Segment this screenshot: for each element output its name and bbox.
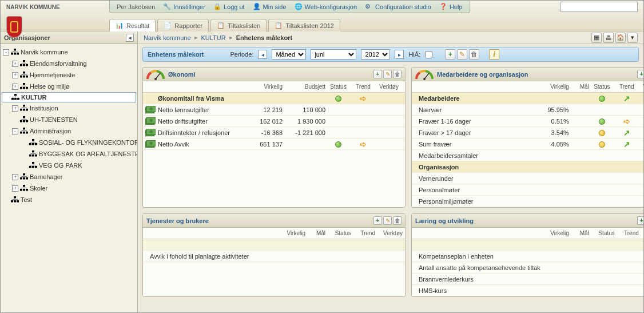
table-row[interactable]: Fravær 1-16 dager0.51%➪ [412, 116, 643, 127]
section-row[interactable]: Medarbeidere↗ [412, 93, 643, 104]
dropdown-button[interactable]: ▾ [627, 33, 638, 43]
menu-help[interactable]: ❓Help [439, 3, 463, 11]
table-row[interactable]: Brannvernlederkurs [412, 274, 643, 285]
search-input[interactable] [560, 2, 638, 12]
value-virkelig: 12 219 [243, 106, 283, 113]
expand-icon[interactable]: + [12, 185, 18, 192]
row-label: Vernerunder [414, 175, 538, 182]
row-label: Netto Avvik [158, 141, 243, 148]
card-tjenester: Tjenester og brukere +✎🗑 VirkeligMålStat… [142, 213, 406, 297]
tree-node[interactable]: KULTUR [2, 92, 136, 102]
delete-button[interactable]: 🗑 [469, 49, 479, 60]
card-edit-button[interactable]: ✎ [383, 70, 392, 78]
row-label: Sum fravær [414, 141, 538, 148]
month-select[interactable]: juni [311, 49, 356, 60]
tree-label: UH-TJENESTEN [30, 116, 78, 123]
year-select[interactable]: 2012 [361, 49, 390, 60]
menu-confstudio[interactable]: ⚙Configuration studio [365, 3, 431, 11]
edit-button[interactable]: ✎ [457, 49, 467, 60]
table-row[interactable]: Netto Avvik661 137➪ [143, 138, 405, 150]
tab-rapporter[interactable]: 📄Rapporter [157, 19, 209, 31]
hia-label: HiÅ: [408, 51, 420, 58]
tab-tiltakslisten-2012[interactable]: 📋Tiltakslisten 2012 [268, 19, 340, 31]
trend-flat-icon: ➪ [360, 140, 367, 148]
tree-node[interactable]: VEG OG PARK [2, 160, 136, 171]
breadcrumb: Narvik kommune▸ KULTUR▸ Enhetens målekor… [138, 31, 643, 44]
table-row[interactable]: Avvik i fohold til planlagte aktiviteter [143, 251, 405, 262]
interval-select[interactable]: Måned [272, 49, 306, 60]
card-del-button[interactable]: 🗑 [393, 70, 401, 78]
card-del-button[interactable]: 🗑 [393, 216, 401, 225]
hia-checkbox[interactable] [425, 51, 432, 58]
table-row[interactable]: Antall ansatte på kompetansehevende tilt… [412, 262, 643, 274]
crumb-unit[interactable]: KULTUR [201, 34, 226, 41]
info-button[interactable]: i [489, 49, 499, 60]
tree-label: Skoler [30, 185, 47, 192]
value-budsjett: -1 221 000 [283, 129, 325, 136]
card-add-button[interactable]: + [637, 216, 643, 225]
table-row[interactable]: Netto driftsutgifter162 0121 930 000 [143, 116, 405, 127]
menu-webconfig[interactable]: 🌐Web-konfigurasjon [295, 3, 357, 11]
tree-node[interactable]: Test [2, 194, 136, 205]
print-button[interactable]: 🖶 [603, 33, 614, 43]
card-title: Økonomi [168, 71, 196, 78]
menu-settings[interactable]: 🔧Innstillinger [163, 3, 205, 11]
tree-node[interactable]: BYGGESAK OG AREALTJENESTER [2, 148, 136, 160]
expand-icon[interactable]: - [3, 49, 9, 56]
menu-logout[interactable]: 🔒Logg ut [213, 3, 245, 11]
table-row[interactable]: Nærvær95.95% [412, 104, 643, 116]
period-prev-button[interactable]: ◂ [258, 50, 267, 59]
table-row[interactable]: Sum fravær4.05%↗ [412, 138, 643, 150]
tree-node[interactable]: +Hjemmetjeneste [2, 69, 136, 81]
sidebar-collapse-button[interactable]: ◂ [126, 34, 134, 42]
gear-icon: ⚙ [365, 3, 373, 11]
expand-icon[interactable]: + [12, 174, 18, 180]
tree-node[interactable]: UH-TJENESTEN [2, 114, 136, 125]
tree-node[interactable]: -Narvik kommune [2, 46, 136, 58]
crumb-root[interactable]: Narvik kommune [144, 34, 191, 41]
card-edit-button[interactable]: ✎ [383, 216, 392, 225]
row-label: Fravær > 17 dager [414, 129, 538, 136]
org-icon [11, 49, 19, 56]
section-row[interactable]: Organisasjon [412, 161, 643, 173]
table-row[interactable]: Personalmøter [412, 184, 643, 196]
expand-icon[interactable]: + [12, 84, 18, 90]
menu-mypage[interactable]: 👤Min side [253, 3, 287, 11]
card-add-button[interactable]: + [637, 70, 643, 78]
table-row[interactable]: Vernerunder [412, 173, 643, 184]
value-virkelig: 95.95% [538, 106, 569, 113]
tree-node[interactable]: +Barnehager [2, 171, 136, 183]
tree-node[interactable]: SOSIAL- OG FLYKNINGEKONTOR [2, 137, 136, 148]
card-medarbeidere: Medarbeidere og organisasjon +✎🗑 Virkeli… [411, 67, 643, 208]
tree-node[interactable]: +Skoler [2, 183, 136, 194]
table-row[interactable]: Fravær > 17 dager3.54%↗ [412, 127, 643, 138]
tree-node[interactable]: -Administrasjon [2, 125, 136, 137]
period-next-button[interactable]: ▸ [395, 50, 404, 59]
org-icon [20, 60, 28, 67]
card-add-button[interactable]: + [373, 216, 382, 225]
row-label: Medarbeidersamtaler [414, 152, 538, 159]
tree-node[interactable]: +Eiendomsforvaltning [2, 58, 136, 69]
org-icon [11, 94, 19, 101]
expand-icon[interactable]: - [12, 128, 18, 134]
table-row[interactable]: Kompetanseplan i enheten [412, 251, 643, 262]
tree-node[interactable]: +Helse og miljø [2, 81, 136, 92]
expand-icon[interactable]: + [12, 105, 18, 112]
tree-label: Eiendomsforvaltning [30, 60, 87, 67]
row-label: Netto lønnsutgifter [158, 106, 243, 113]
expand-icon[interactable]: + [12, 61, 18, 67]
home-button[interactable]: 🏠 [615, 33, 626, 43]
table-row[interactable]: Netto lønnsutgifter12 219110 000 [143, 104, 405, 116]
card-add-button[interactable]: + [373, 70, 382, 78]
table-row[interactable]: Medarbeidersamtaler [412, 150, 643, 161]
table-row[interactable]: Driftsinntekter / refusjoner-16 368-1 22… [143, 127, 405, 138]
tab-tiltakslisten[interactable]: 📋Tiltakslisten [210, 19, 267, 31]
tab-resultat[interactable]: 📊Resultat [109, 19, 156, 31]
expand-icon[interactable]: + [12, 72, 18, 78]
table-row[interactable]: HMS-kurs [412, 285, 643, 296]
section-row[interactable]: Økonomitall fra Visma➪ [143, 93, 405, 104]
tree-node[interactable]: +Institusjon [2, 102, 136, 114]
table-row[interactable]: Personalmiljømøter [412, 196, 643, 207]
tool-grid-button[interactable]: ▦ [591, 33, 602, 43]
add-button[interactable]: + [445, 49, 455, 60]
